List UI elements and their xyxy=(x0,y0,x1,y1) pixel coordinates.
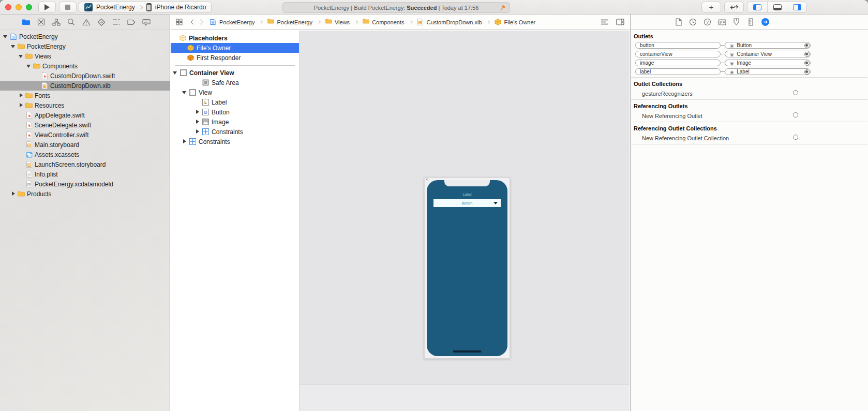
adjust-editor-icon[interactable] xyxy=(601,19,609,25)
outlet-name-capsule[interactable]: label xyxy=(635,68,721,75)
outline-row[interactable]: Constraints xyxy=(171,127,299,137)
disclosure-triangle[interactable] xyxy=(11,192,16,196)
size-inspector-icon[interactable] xyxy=(746,18,755,26)
outlet-name-capsule[interactable]: containerView xyxy=(635,51,721,57)
disclosure-triangle[interactable] xyxy=(173,70,177,75)
designed-label[interactable]: Label xyxy=(427,193,507,196)
scheme-selector[interactable]: PocketEnergy iPhone de Ricardo xyxy=(79,2,212,13)
file-row[interactable]: ViewController.swift xyxy=(0,130,170,140)
ib-canvas[interactable]: ✕ Label Button xyxy=(300,31,630,411)
run-button[interactable] xyxy=(38,2,56,13)
breadcrumb-label[interactable]: Views xyxy=(335,19,350,25)
breadcrumb-item[interactable]: PocketEnergy xyxy=(267,19,312,25)
connection-well[interactable] xyxy=(793,135,798,140)
outline-row[interactable]: L Label xyxy=(171,97,299,107)
breakpoint-navigator-icon[interactable] xyxy=(127,18,136,26)
forward-button[interactable] xyxy=(198,20,203,25)
file-row[interactable]: Fonts xyxy=(0,91,170,100)
file-row[interactable]: LaunchScreen.storyboard xyxy=(0,159,170,169)
symbol-navigator-icon[interactable] xyxy=(52,18,61,26)
outlet-target-capsule[interactable]: ✳ Image xyxy=(725,60,811,66)
minimize-button[interactable] xyxy=(16,4,22,10)
disclosure-triangle[interactable] xyxy=(26,64,31,68)
disclosure-triangle[interactable] xyxy=(195,120,200,124)
add-editor-icon[interactable] xyxy=(616,19,624,25)
file-row[interactable]: Info.plist xyxy=(0,169,170,179)
issue-navigator-icon[interactable] xyxy=(82,18,91,26)
file-row[interactable]: Assets.xcassets xyxy=(0,150,170,159)
breadcrumb-label[interactable]: PocketEnergy xyxy=(219,19,255,25)
outline-row[interactable]: Container View xyxy=(171,68,299,78)
identity-inspector-icon[interactable] xyxy=(717,18,726,26)
breadcrumb-item[interactable]: CustomDropDown.xib xyxy=(417,19,482,25)
attributes-inspector-icon[interactable] xyxy=(732,18,741,26)
stop-button[interactable] xyxy=(59,2,77,13)
zoom-button[interactable] xyxy=(26,4,32,10)
related-items-icon[interactable] xyxy=(176,19,183,25)
outline-row[interactable]: Safe Area xyxy=(171,78,299,87)
outline-row[interactable]: Constraints xyxy=(171,137,299,146)
toggle-debug-button[interactable] xyxy=(767,2,787,12)
connection-well[interactable] xyxy=(804,61,810,66)
file-row[interactable]: PocketEnergy.xcdatamodeld xyxy=(0,179,170,189)
breadcrumb-item[interactable]: PocketEnergy xyxy=(210,19,255,25)
connection-well[interactable] xyxy=(793,112,798,118)
outline-row[interactable]: View xyxy=(171,87,299,97)
connections-inspector-icon[interactable] xyxy=(761,18,770,26)
history-inspector-icon[interactable] xyxy=(689,18,697,26)
file-row[interactable]: Views xyxy=(0,51,170,61)
file-row[interactable]: Main.storyboard xyxy=(0,140,170,150)
breadcrumb-label[interactable]: CustomDropDown.xib xyxy=(427,19,482,25)
breadcrumb-item[interactable]: File's Owner xyxy=(495,19,535,25)
disclosure-triangle[interactable] xyxy=(182,90,187,95)
connection-well[interactable] xyxy=(793,90,798,95)
container-view[interactable]: Label Button xyxy=(427,180,507,356)
scheme-device[interactable]: iPhone de Ricardo xyxy=(155,4,206,11)
outline-row[interactable]: B Button xyxy=(171,107,299,117)
disclosure-triangle[interactable] xyxy=(3,34,8,39)
activity-view[interactable]: PocketEnergy | Build PocketEnergy: Succe… xyxy=(282,2,510,13)
breadcrumb-label[interactable]: Components xyxy=(372,19,404,25)
debug-navigator-icon[interactable] xyxy=(112,18,121,26)
outline-row[interactable]: Placeholders xyxy=(171,33,299,43)
breadcrumb-item[interactable]: Components xyxy=(363,19,404,25)
back-button[interactable] xyxy=(191,20,196,25)
file-inspector-icon[interactable] xyxy=(674,18,683,26)
connection-well[interactable] xyxy=(804,52,810,57)
device-preview[interactable]: ✕ Label Button xyxy=(424,178,510,359)
outline-row[interactable]: First Responder xyxy=(171,53,299,63)
find-navigator-icon[interactable] xyxy=(67,18,76,26)
file-row[interactable]: CustomDropDown.swift xyxy=(0,71,170,81)
file-row[interactable]: SceneDelegate.swift xyxy=(0,120,170,130)
disclosure-triangle[interactable] xyxy=(19,54,23,58)
file-row[interactable]: AppDelegate.swift xyxy=(0,110,170,120)
disclosure-triangle[interactable] xyxy=(19,103,23,108)
outline-row[interactable]: Image xyxy=(171,117,299,127)
breadcrumb-label[interactable]: PocketEnergy xyxy=(277,19,312,25)
disclosure-triangle[interactable] xyxy=(182,139,187,144)
connection-well[interactable] xyxy=(804,69,810,75)
connection-well[interactable] xyxy=(804,43,810,48)
editor-mode-button[interactable] xyxy=(724,2,744,13)
scheme-project[interactable]: PocketEnergy xyxy=(96,4,135,11)
source-control-navigator-icon[interactable] xyxy=(37,18,46,26)
designed-dropdown-button[interactable]: Button xyxy=(433,199,501,207)
outlet-target-capsule[interactable]: ✳ Button xyxy=(725,42,811,49)
test-navigator-icon[interactable] xyxy=(97,18,106,26)
disclosure-triangle[interactable] xyxy=(195,110,200,114)
breadcrumb-item[interactable]: Views xyxy=(325,19,350,25)
file-row[interactable]: PocketEnergy xyxy=(0,32,170,41)
disclosure-triangle[interactable] xyxy=(11,44,16,49)
outlet-name-capsule[interactable]: button xyxy=(635,42,721,49)
close-button[interactable] xyxy=(5,4,11,10)
outlet-target-capsule[interactable]: ✳ Label xyxy=(725,68,811,75)
file-row[interactable]: Components xyxy=(0,61,170,71)
close-icon[interactable]: ✕ xyxy=(425,178,428,182)
breadcrumb-label[interactable]: File's Owner xyxy=(504,19,535,25)
library-add-button[interactable]: + xyxy=(701,2,721,13)
file-row[interactable]: Resources xyxy=(0,100,170,110)
toggle-navigator-button[interactable] xyxy=(747,2,767,12)
outlet-target-capsule[interactable]: ✳ Container View xyxy=(725,51,811,57)
toggle-inspector-button[interactable] xyxy=(787,2,806,12)
quick-help-inspector-icon[interactable]: ? xyxy=(703,18,712,26)
